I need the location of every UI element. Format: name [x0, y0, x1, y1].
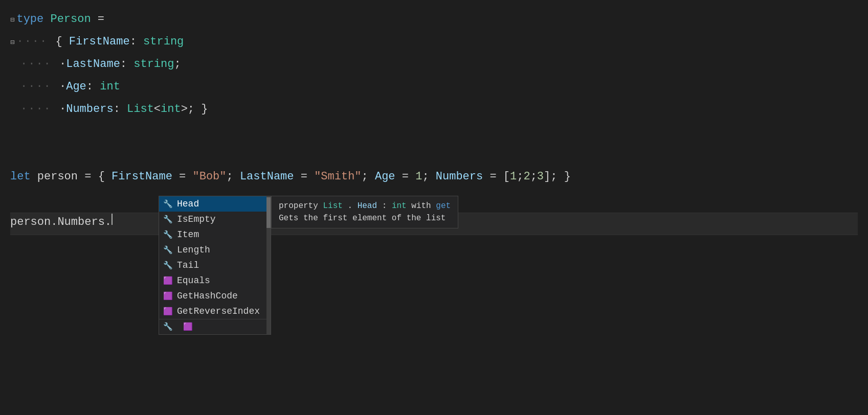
- type-name: Person: [50, 10, 91, 28]
- autocomplete-item-isempty[interactable]: 🔧 IsEmpty: [159, 212, 271, 227]
- code-line-2: ⊟ ···· { FirstName : string: [10, 33, 858, 55]
- tooltip-description: Gets the first element of the list: [279, 214, 451, 223]
- autocomplete-label-getreverseindex: GetReverseIndex: [177, 306, 260, 316]
- autocomplete-container: 🔧 Head 🔧 IsEmpty 🔧 Item 🔧 Length 🔧 Tail …: [159, 196, 458, 335]
- cube-icon-2: 🟪: [163, 291, 173, 301]
- code-editor: ⊟ type Person = ⊟ ···· { FirstName : str…: [0, 0, 868, 415]
- cube-icon-3: 🟪: [163, 307, 173, 316]
- autocomplete-item-gethashcode[interactable]: 🟪 GetHashCode: [159, 288, 271, 304]
- autocomplete-label-head: Head: [177, 199, 199, 209]
- code-line-3: ···· · LastName : string ;: [10, 55, 858, 78]
- autocomplete-item-head[interactable]: 🔧 Head: [159, 196, 271, 212]
- code-line-1: ⊟ type Person =: [10, 10, 858, 33]
- code-line-5: ···· · Numbers : List < int >; }: [10, 100, 858, 123]
- autocomplete-item-getreverseindex[interactable]: 🟪 GetReverseIndex: [159, 304, 271, 319]
- tooltip-signature: property List . Head : int with get: [279, 201, 451, 211]
- wrench-icon-2: 🔧: [163, 215, 173, 224]
- wrench-icon-4: 🔧: [163, 245, 173, 255]
- code-line-4: ···· · Age : int: [10, 78, 858, 100]
- code-line-6: [10, 123, 858, 145]
- autocomplete-tooltip: property List . Head : int with get Gets…: [271, 196, 458, 228]
- autocomplete-list: 🔧 Head 🔧 IsEmpty 🔧 Item 🔧 Length 🔧 Tail …: [159, 196, 271, 335]
- autocomplete-label-equals: Equals: [177, 275, 210, 286]
- cube-icon-bottom: 🟪: [183, 322, 193, 332]
- autocomplete-scrollbar[interactable]: [266, 196, 271, 334]
- code-line-7: [10, 145, 858, 168]
- autocomplete-label-length: Length: [177, 245, 210, 255]
- wrench-icon: 🔧: [163, 199, 173, 209]
- autocomplete-item-length[interactable]: 🔧 Length: [159, 242, 271, 258]
- collapse-icon-1[interactable]: ⊟: [10, 14, 14, 26]
- autocomplete-label-gethashcode: GetHashCode: [177, 291, 238, 301]
- autocomplete-scrollbar-thumb: [266, 197, 271, 228]
- autocomplete-label-isempty: IsEmpty: [177, 214, 216, 224]
- wrench-icon-5: 🔧: [163, 261, 173, 270]
- autocomplete-bottom-bar: 🔧 🟪: [159, 319, 271, 334]
- autocomplete-item-equals[interactable]: 🟪 Equals: [159, 273, 271, 288]
- autocomplete-item-tail[interactable]: 🔧 Tail: [159, 258, 271, 273]
- wrench-icon-bottom: 🔧: [163, 322, 173, 332]
- autocomplete-label-tail: Tail: [177, 260, 199, 270]
- autocomplete-item-item[interactable]: 🔧 Item: [159, 227, 271, 242]
- code-line-8: let person = { FirstName = "Bob" ; LastN…: [10, 168, 858, 190]
- cube-icon: 🟪: [163, 276, 173, 286]
- keyword-type: type: [16, 10, 50, 28]
- autocomplete-label-item: Item: [177, 229, 199, 240]
- collapse-icon-2[interactable]: ⊟: [10, 37, 14, 48]
- text-cursor: [112, 214, 113, 225]
- wrench-icon-3: 🔧: [163, 230, 173, 240]
